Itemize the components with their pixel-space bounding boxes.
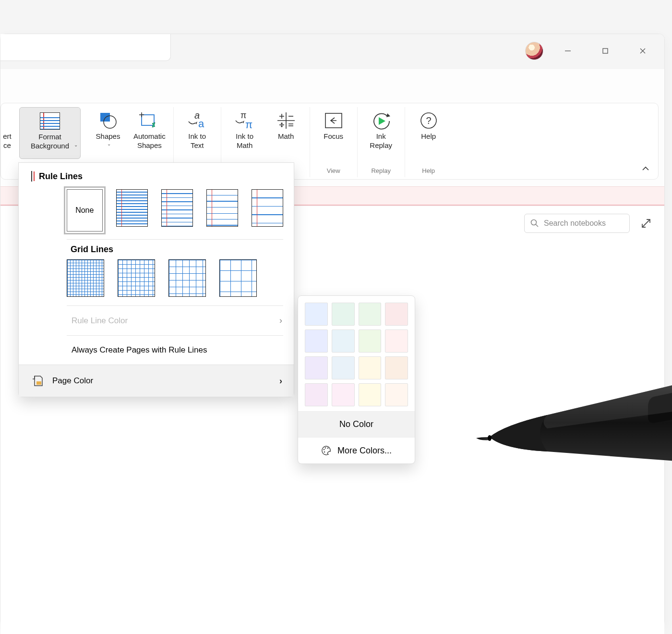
user-avatar[interactable] bbox=[525, 42, 543, 60]
color-grid bbox=[298, 301, 415, 411]
automatic-shapes-button[interactable]: Automatic Shapes bbox=[130, 107, 169, 152]
page-lines-icon bbox=[31, 171, 32, 182]
menu-label: Rule Line Color bbox=[72, 316, 128, 326]
search-input[interactable]: Search notebooks bbox=[524, 214, 630, 233]
expand-button[interactable] bbox=[637, 215, 655, 232]
color-swatch-0[interactable] bbox=[305, 303, 328, 326]
ribbon-label: Shapes bbox=[96, 132, 120, 141]
color-swatch-8[interactable] bbox=[305, 356, 328, 379]
rule-lines-narrow[interactable] bbox=[116, 189, 148, 227]
chevron-right-icon: › bbox=[279, 376, 282, 386]
svg-rect-1 bbox=[603, 49, 608, 53]
color-swatch-12[interactable] bbox=[305, 383, 328, 406]
ribbon-label: Ink to Math bbox=[236, 132, 253, 150]
shapes-button[interactable]: Shapes ⌄ bbox=[88, 107, 128, 149]
color-swatch-3[interactable] bbox=[385, 303, 408, 326]
color-swatch-13[interactable] bbox=[332, 383, 355, 406]
titlebar bbox=[0, 34, 664, 69]
color-swatch-14[interactable] bbox=[359, 383, 382, 406]
header-text: Rule Lines bbox=[39, 171, 83, 182]
menu-label: Always Create Pages with Rule Lines bbox=[72, 345, 207, 355]
rule-lines-wide[interactable] bbox=[252, 189, 283, 227]
more-colors-item[interactable]: More Colors... bbox=[298, 437, 415, 463]
color-swatch-1[interactable] bbox=[332, 303, 355, 326]
grid-xlarge[interactable] bbox=[219, 259, 257, 297]
color-swatch-7[interactable] bbox=[385, 329, 408, 353]
minimize-icon bbox=[564, 48, 571, 54]
rule-lines-standard[interactable] bbox=[206, 189, 238, 227]
grid-small[interactable] bbox=[67, 259, 104, 297]
window-maximize-button[interactable] bbox=[592, 41, 618, 61]
ribbon-label: Focus bbox=[324, 132, 343, 141]
svg-marker-10 bbox=[195, 122, 197, 124]
shapes-icon bbox=[98, 110, 118, 131]
expand-icon bbox=[641, 219, 651, 228]
page-color-popup: No Color More Colors... bbox=[298, 295, 415, 464]
ink-to-math-icon: ππ bbox=[234, 110, 256, 131]
color-swatch-15[interactable] bbox=[385, 383, 408, 406]
color-swatch-4[interactable] bbox=[305, 329, 328, 353]
page-lines-icon bbox=[40, 110, 60, 132]
svg-point-35 bbox=[327, 448, 329, 449]
svg-marker-27 bbox=[379, 117, 385, 125]
color-swatch-9[interactable] bbox=[332, 356, 355, 379]
ribbon-label: ert ce bbox=[3, 132, 12, 150]
help-icon: ? bbox=[420, 110, 438, 131]
rule-lines-none[interactable]: None bbox=[67, 189, 103, 232]
rule-line-color-item: Rule Line Color › bbox=[19, 306, 294, 335]
svg-point-22 bbox=[281, 123, 282, 124]
svg-text:a: a bbox=[198, 118, 204, 130]
ribbon-button-partial[interactable]: ert ce bbox=[1, 107, 17, 152]
menu-label: More Colors... bbox=[337, 446, 392, 456]
color-swatch-10[interactable] bbox=[359, 356, 382, 379]
search-placeholder: Search notebooks bbox=[544, 219, 606, 228]
svg-text:?: ? bbox=[426, 115, 431, 126]
color-swatch-11[interactable] bbox=[385, 356, 408, 379]
no-color-item[interactable]: No Color bbox=[298, 411, 415, 437]
svg-line-31 bbox=[536, 224, 538, 227]
ribbon-collapse-button[interactable] bbox=[642, 165, 649, 174]
close-icon bbox=[639, 48, 646, 54]
window-close-button[interactable] bbox=[630, 41, 656, 61]
group-label-help: Help bbox=[422, 167, 435, 177]
chevron-down-icon: ⌄ bbox=[107, 141, 111, 147]
help-button[interactable]: ? Help bbox=[409, 107, 448, 143]
svg-rect-32 bbox=[36, 381, 41, 385]
svg-point-23 bbox=[281, 126, 282, 127]
math-icon bbox=[276, 110, 296, 131]
color-swatch-6[interactable] bbox=[359, 329, 382, 353]
math-button[interactable]: Math bbox=[266, 107, 306, 143]
ribbon-label: Math bbox=[278, 132, 294, 141]
svg-point-34 bbox=[325, 447, 326, 449]
focus-button[interactable]: Focus bbox=[314, 107, 353, 143]
ink-replay-button[interactable]: Ink Replay bbox=[361, 107, 401, 152]
ribbon-label: Ink Replay bbox=[370, 132, 392, 150]
page-color-item[interactable]: Page Color › bbox=[19, 365, 294, 397]
grid-medium[interactable] bbox=[118, 259, 155, 297]
grid-lines-header: Grid Lines bbox=[19, 240, 294, 256]
ribbon-label: Format Background bbox=[31, 133, 69, 151]
focus-icon bbox=[324, 110, 343, 131]
menu-label: No Color bbox=[339, 419, 373, 429]
svg-point-33 bbox=[324, 449, 325, 451]
menu-label: Page Color bbox=[52, 376, 93, 386]
window-minimize-button[interactable] bbox=[555, 41, 581, 61]
format-background-button[interactable]: Format Background ⌄ bbox=[19, 107, 81, 159]
replay-icon bbox=[371, 110, 391, 131]
svg-text:π: π bbox=[245, 119, 252, 130]
color-swatch-2[interactable] bbox=[359, 303, 382, 326]
chevron-down-icon: ⌄ bbox=[74, 142, 78, 148]
svg-marker-26 bbox=[386, 113, 390, 117]
rule-lines-college[interactable] bbox=[161, 189, 193, 227]
ribbon-label: Ink to Text bbox=[188, 132, 206, 150]
none-label: None bbox=[75, 206, 94, 215]
ink-to-math-button[interactable]: ππ Ink to Math bbox=[225, 107, 264, 152]
ink-to-text-button[interactable]: aa Ink to Text bbox=[178, 107, 217, 152]
auto-shapes-icon bbox=[139, 110, 160, 131]
grid-large[interactable] bbox=[168, 259, 206, 297]
svg-point-36 bbox=[324, 451, 325, 453]
chevron-right-icon: › bbox=[279, 316, 282, 326]
always-create-rule-lines-item[interactable]: Always Create Pages with Rule Lines bbox=[19, 336, 294, 365]
title-tab bbox=[0, 34, 171, 61]
color-swatch-5[interactable] bbox=[332, 329, 355, 353]
